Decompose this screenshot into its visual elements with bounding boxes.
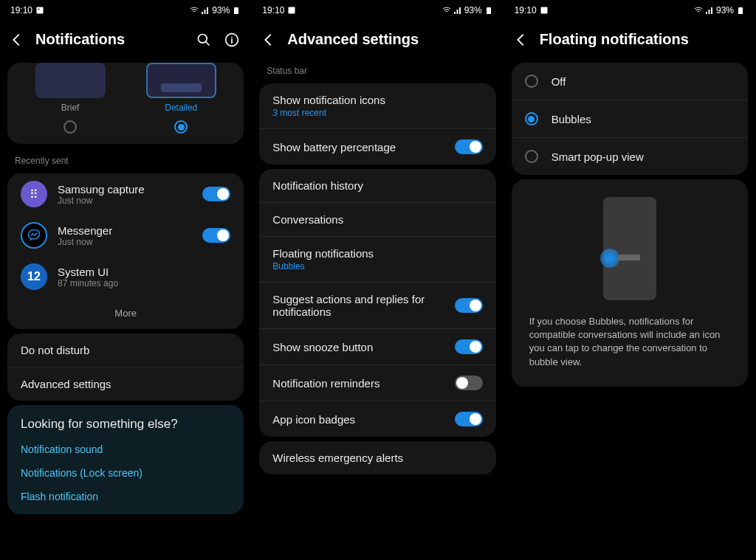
toggle-badges[interactable] <box>455 412 483 426</box>
app-icon-badges-row[interactable]: App icon badges <box>259 401 495 437</box>
style-option-brief[interactable]: Brief <box>35 63 106 113</box>
back-icon[interactable] <box>9 32 25 48</box>
svg-rect-0 <box>37 7 44 14</box>
toggle-messenger[interactable] <box>202 228 230 243</box>
battery-icon <box>232 6 241 15</box>
radio-smart-popup[interactable] <box>525 150 538 163</box>
show-notification-icons-row[interactable]: Show notification icons 3 most recent <box>259 83 495 129</box>
header: Notifications <box>0 21 251 58</box>
style-option-detailed[interactable]: Detailed <box>146 63 216 113</box>
app-row-samsung-capture[interactable]: ⠿ Samsung capture Just now <box>7 173 244 215</box>
notification-reminders-row[interactable]: Notification reminders <box>259 365 495 401</box>
floating-notifications-screen: 19:10 93% Floating notifications Off Bub… <box>504 0 756 560</box>
detailed-label: Detailed <box>146 103 216 113</box>
signal-icon <box>453 6 462 15</box>
app-row-system-ui[interactable]: 12 System UI 87 minutes ago <box>7 256 244 297</box>
status-bar: 19:10 93% <box>0 0 251 21</box>
link-notification-sound[interactable]: Notification sound <box>7 438 244 461</box>
floating-notifications-row[interactable]: Floating notifications Bubbles <box>259 237 495 283</box>
looking-title: Looking for something else? <box>7 405 244 438</box>
bubbles-preview: If you choose Bubbles, notifications for… <box>512 179 748 387</box>
conversations-row[interactable]: Conversations <box>259 203 495 237</box>
advanced-settings-row[interactable]: Advanced settings <box>7 367 244 401</box>
preview-description: If you choose Bubbles, notifications for… <box>529 315 730 369</box>
show-snooze-row[interactable]: Show snooze button <box>259 329 495 365</box>
samsung-capture-icon: ⠿ <box>21 181 47 207</box>
radio-bubbles[interactable] <box>525 112 538 125</box>
phone-mockup <box>603 197 656 300</box>
search-icon[interactable] <box>196 32 211 47</box>
page-title: Floating notifications <box>540 31 743 48</box>
bubble-bar <box>618 255 640 260</box>
svg-rect-7 <box>540 7 547 14</box>
notification-style-card: Brief Detailed <box>7 63 244 144</box>
page-title: Advanced settings <box>287 31 491 48</box>
brief-thumbnail <box>35 63 106 98</box>
svg-rect-6 <box>487 7 491 14</box>
status-time: 19:10 <box>515 5 537 15</box>
svg-rect-5 <box>289 7 295 14</box>
radio-off[interactable] <box>525 75 538 88</box>
svg-point-1 <box>38 9 40 10</box>
app-time: Just now <box>58 196 192 206</box>
detailed-thumbnail <box>146 63 216 98</box>
option-smart-popup[interactable]: Smart pop-up view <box>512 138 748 175</box>
more-button[interactable]: More <box>7 297 244 329</box>
image-icon <box>287 6 296 15</box>
toggle-snooze[interactable] <box>455 339 483 354</box>
wifi-icon <box>442 6 451 15</box>
looking-for-card: Looking for something else? Notification… <box>7 405 244 514</box>
brief-label: Brief <box>35 103 106 113</box>
app-time: 87 minutes ago <box>58 278 230 288</box>
radio-brief[interactable] <box>63 120 77 134</box>
floating-options-card: Off Bubbles Smart pop-up view <box>512 63 748 175</box>
advanced-settings-screen: 19:10 93% Advanced settings Status bar S… <box>252 0 504 560</box>
option-bubbles[interactable]: Bubbles <box>512 100 748 138</box>
toggle-reminders[interactable] <box>455 376 483 390</box>
settings-card: Do not disturb Advanced settings <box>7 333 244 401</box>
do-not-disturb-row[interactable]: Do not disturb <box>7 333 244 367</box>
status-battery: 93% <box>464 5 482 15</box>
app-time: Just now <box>58 237 192 247</box>
radio-detailed[interactable] <box>174 120 188 134</box>
svg-point-3 <box>199 34 207 43</box>
header: Floating notifications <box>504 21 755 58</box>
status-time: 19:10 <box>10 5 32 15</box>
main-settings-card: Notification history Conversations Float… <box>259 169 495 437</box>
svg-rect-8 <box>738 7 743 14</box>
image-icon <box>540 6 549 15</box>
status-bar: 19:10 93% <box>504 0 755 21</box>
header: Advanced settings <box>252 21 503 58</box>
wifi-icon <box>694 6 703 15</box>
signal-icon <box>201 6 210 15</box>
back-icon[interactable] <box>261 32 277 48</box>
battery-icon <box>736 6 745 15</box>
battery-icon <box>484 6 493 15</box>
toggle-battery-percentage[interactable] <box>455 139 483 154</box>
app-row-messenger[interactable]: Messenger Just now <box>7 215 244 256</box>
image-icon <box>35 6 44 15</box>
signal-icon <box>705 6 714 15</box>
page-title: Notifications <box>35 31 186 48</box>
status-battery: 93% <box>212 5 230 15</box>
info-icon[interactable] <box>224 32 239 47</box>
svg-rect-2 <box>234 7 238 14</box>
system-ui-icon: 12 <box>21 263 47 290</box>
link-flash[interactable]: Flash notification <box>7 485 244 514</box>
option-off[interactable]: Off <box>512 63 748 100</box>
link-lock-screen[interactable]: Notifications (Lock screen) <box>7 461 244 485</box>
app-name: Messenger <box>58 224 192 237</box>
recently-sent-label: Recently sent <box>0 148 251 169</box>
wireless-emergency-alerts-row[interactable]: Wireless emergency alerts <box>259 441 495 474</box>
suggest-actions-row[interactable]: Suggest actions and replies for notifica… <box>259 283 495 329</box>
show-battery-row[interactable]: Show battery percentage <box>259 129 495 165</box>
back-icon[interactable] <box>513 32 529 48</box>
app-name: System UI <box>58 266 230 278</box>
notification-history-row[interactable]: Notification history <box>259 169 495 203</box>
toggle-suggest[interactable] <box>455 298 483 313</box>
notifications-screen: 19:10 93% Notifications Brief Detailed <box>0 0 252 560</box>
toggle-samsung-capture[interactable] <box>202 187 230 201</box>
messenger-icon <box>21 222 47 249</box>
bubble-dot-icon <box>600 249 619 268</box>
wireless-alerts-card: Wireless emergency alerts <box>259 441 495 474</box>
